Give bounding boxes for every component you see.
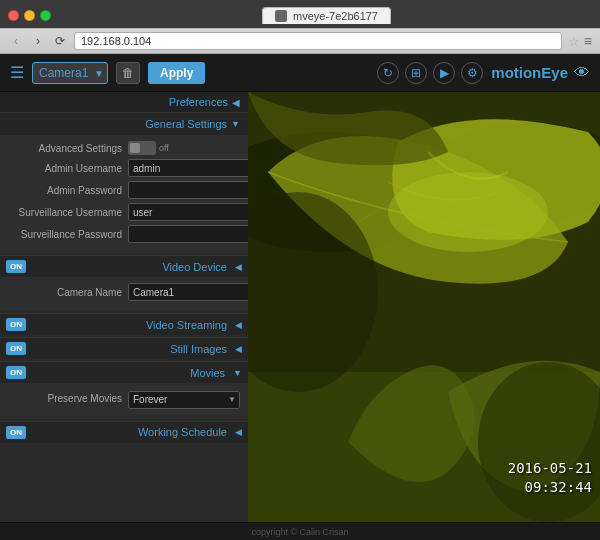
still-images-section[interactable]: ON Still Images ◀ — [0, 337, 248, 359]
bookmark-icon[interactable]: ☆ — [568, 34, 580, 49]
working-schedule-label: Working Schedule — [32, 426, 235, 438]
general-settings-label: General Settings — [145, 118, 227, 130]
browser-tab[interactable]: mveye-7e2b6177 — [262, 7, 391, 24]
preferences-label: Preferences — [169, 96, 228, 108]
still-images-label: Still Images — [32, 343, 235, 355]
toggle-knob — [130, 143, 140, 153]
nav-bar: ‹ › ⟳ 192.168.0.104 ☆ ≡ — [0, 28, 600, 54]
app-footer: copyright © Calin Crisan — [0, 522, 600, 540]
camera-name-label: Camera Name — [8, 287, 128, 298]
tab-favicon — [275, 10, 287, 22]
forward-button[interactable]: › — [30, 33, 46, 49]
minimize-button[interactable] — [24, 10, 35, 21]
svg-point-3 — [388, 172, 548, 252]
close-button[interactable] — [8, 10, 19, 21]
address-text: 192.168.0.104 — [81, 35, 151, 47]
browser-chrome: mveye-7e2b6177 ‹ › ⟳ 192.168.0.104 ☆ ≡ — [0, 0, 600, 54]
app-title-motion: motion — [491, 64, 541, 81]
advanced-settings-value: off — [159, 143, 169, 153]
advanced-settings-toggle[interactable] — [128, 141, 156, 155]
video-streaming-section[interactable]: ON Video Streaming ◀ — [0, 313, 248, 335]
content-area: Preferences ◀ General Settings ▼ Advance… — [0, 92, 600, 522]
footer-copyright: copyright © Calin Crisan — [251, 527, 348, 537]
video-device-arrow-icon: ◀ — [235, 262, 242, 272]
surveillance-password-label: Surveillance Password — [8, 229, 128, 240]
top-icons-bar: ↻ ⊞ ▶ ⚙ — [377, 62, 483, 84]
working-schedule-section[interactable]: ON Working Schedule ◀ — [0, 421, 248, 443]
working-schedule-arrow-icon: ◀ — [235, 427, 242, 437]
admin-password-input[interactable] — [128, 181, 248, 199]
camera-feed-svg — [248, 92, 600, 522]
movies-arrow-icon: ▼ — [233, 368, 242, 378]
back-button[interactable]: ‹ — [8, 33, 24, 49]
preserve-movies-select[interactable]: Forever 1 day 7 days 30 days — [128, 391, 240, 409]
admin-username-row: Admin Username — [8, 159, 240, 177]
movies-content: Preserve Movies Forever 1 day 7 days 30 … — [0, 383, 248, 419]
video-device-badge: ON — [6, 260, 26, 273]
app-title-eye: Eye — [541, 64, 568, 81]
general-settings-content: Advanced Settings off Admin Username Adm… — [0, 135, 248, 253]
video-device-group: ON Video Device ◀ Camera Name — [0, 255, 248, 311]
advanced-settings-label: Advanced Settings — [8, 143, 128, 154]
nav-right-buttons: ☆ ≡ — [568, 33, 592, 49]
admin-password-row: Admin Password — [8, 181, 240, 199]
tab-area: mveye-7e2b6177 — [61, 7, 592, 24]
trash-icon: 🗑 — [122, 66, 134, 80]
general-settings-header[interactable]: General Settings ▼ — [0, 112, 248, 135]
movies-header[interactable]: ON Movies ▼ — [0, 361, 248, 383]
play-icon-button[interactable]: ▶ — [433, 62, 455, 84]
camera-timestamp: 2016-05-21 09:32:44 — [508, 459, 592, 498]
video-streaming-arrow-icon: ◀ — [235, 320, 242, 330]
address-bar[interactable]: 192.168.0.104 — [74, 32, 562, 50]
tab-title: mveye-7e2b6177 — [293, 10, 378, 22]
maximize-button[interactable] — [40, 10, 51, 21]
menu-icon[interactable]: ≡ — [584, 33, 592, 49]
header-right: motionEye 👁 — [491, 64, 590, 82]
preferences-arrow-icon: ◀ — [232, 97, 240, 108]
header-left: ☰ Camera1 ▼ 🗑 Apply — [10, 62, 377, 84]
hamburger-icon[interactable]: ☰ — [10, 63, 24, 82]
still-images-arrow-icon: ◀ — [235, 344, 242, 354]
settings-icon-button[interactable]: ⚙ — [461, 62, 483, 84]
surveillance-password-row: Surveillance Password — [8, 225, 240, 243]
apply-button[interactable]: Apply — [148, 62, 205, 84]
refresh-button[interactable]: ⟳ — [52, 33, 68, 49]
camera-select[interactable]: Camera1 — [32, 62, 108, 84]
title-bar: mveye-7e2b6177 — [0, 0, 600, 28]
camera-name-input[interactable] — [128, 283, 248, 301]
surveillance-username-row: Surveillance Username — [8, 203, 240, 221]
surveillance-username-label: Surveillance Username — [8, 207, 128, 218]
traffic-lights — [8, 10, 51, 21]
camera-feed-panel: 2016-05-21 09:32:44 — [248, 92, 600, 522]
video-device-label: Video Device — [32, 261, 235, 273]
surveillance-password-input[interactable] — [128, 225, 248, 243]
refresh-icon-button[interactable]: ↻ — [377, 62, 399, 84]
video-device-content: Camera Name — [0, 277, 248, 311]
left-panel: Preferences ◀ General Settings ▼ Advance… — [0, 92, 248, 522]
grid-icon-button[interactable]: ⊞ — [405, 62, 427, 84]
camera-select-wrapper: Camera1 ▼ — [32, 62, 108, 84]
app-title: motionEye — [491, 64, 568, 81]
preserve-movies-select-wrapper: Forever 1 day 7 days 30 days ▼ — [128, 389, 240, 409]
camera-name-row: Camera Name — [8, 283, 240, 301]
surveillance-username-input[interactable] — [128, 203, 248, 221]
admin-username-label: Admin Username — [8, 163, 128, 174]
movies-group: ON Movies ▼ Preserve Movies Forever 1 da… — [0, 361, 248, 419]
preserve-movies-label: Preserve Movies — [8, 393, 128, 404]
timestamp-time: 09:32:44 — [508, 478, 592, 498]
still-images-badge: ON — [6, 342, 26, 355]
eye-logo-icon: 👁 — [574, 64, 590, 82]
video-device-header[interactable]: ON Video Device ◀ — [0, 255, 248, 277]
app-header: ☰ Camera1 ▼ 🗑 Apply ↻ ⊞ ▶ ⚙ motionEye 👁 — [0, 54, 600, 92]
video-streaming-badge: ON — [6, 318, 26, 331]
movies-badge: ON — [6, 366, 26, 379]
general-settings-group: General Settings ▼ Advanced Settings off — [0, 112, 248, 253]
advanced-settings-row: Advanced Settings off — [8, 141, 240, 155]
admin-username-input[interactable] — [128, 159, 248, 177]
preserve-movies-row: Preserve Movies Forever 1 day 7 days 30 … — [8, 389, 240, 409]
general-settings-arrow-icon: ▼ — [231, 119, 240, 129]
app-container: ☰ Camera1 ▼ 🗑 Apply ↻ ⊞ ▶ ⚙ motionEye 👁 — [0, 54, 600, 540]
movies-label: Movies — [32, 367, 233, 379]
preferences-header[interactable]: Preferences ◀ — [0, 92, 248, 112]
delete-camera-button[interactable]: 🗑 — [116, 62, 140, 84]
